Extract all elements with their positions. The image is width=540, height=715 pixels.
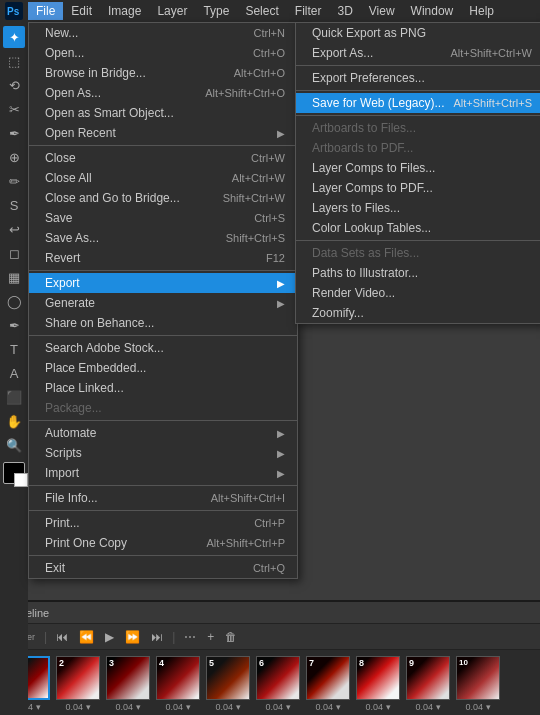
play-button[interactable]: ▶ [101, 628, 118, 646]
menu-item-color-lookup[interactable]: Color Lookup Tables... [296, 218, 540, 238]
frame-thumb[interactable]: 9 [406, 656, 450, 700]
menu-item-place-linked[interactable]: Place Linked... [29, 378, 297, 398]
frame-thumb[interactable]: 8 [356, 656, 400, 700]
first-frame-button[interactable]: ⏮ [52, 628, 72, 646]
list-item[interactable]: 10 0.04 ▾ [454, 656, 502, 712]
menu-help[interactable]: Help [461, 2, 502, 20]
frame-thumb[interactable]: 5 [206, 656, 250, 700]
menu-item-search-stock[interactable]: Search Adobe Stock... [29, 338, 297, 358]
menu-edit[interactable]: Edit [63, 2, 100, 20]
menu-file[interactable]: File [28, 2, 63, 20]
menu-item-export[interactable]: Export ▶ [29, 273, 297, 293]
eraser-tool-icon[interactable]: ◻ [3, 242, 25, 264]
frame-thumb[interactable]: 3 [106, 656, 150, 700]
tween-button[interactable]: ⋯ [180, 628, 200, 646]
menu-layer[interactable]: Layer [149, 2, 195, 20]
clone-tool-icon[interactable]: S [3, 194, 25, 216]
frame-thumb[interactable]: 4 [156, 656, 200, 700]
healing-tool-icon[interactable]: ⊕ [3, 146, 25, 168]
menu-item-layers-files[interactable]: Layers to Files... [296, 198, 540, 218]
menu-item-open-recent[interactable]: Open Recent ▶ [29, 123, 297, 143]
menu-item-print[interactable]: Print... Ctrl+P [29, 513, 297, 533]
frame-time: 0.04 ▾ [365, 702, 390, 712]
menu-item-layer-comps-pdf[interactable]: Layer Comps to PDF... [296, 178, 540, 198]
menu-separator [29, 270, 297, 271]
menu-item-shortcut: F12 [266, 252, 285, 264]
type-tool-icon[interactable]: T [3, 338, 25, 360]
list-item[interactable]: 7 0.04 ▾ [304, 656, 352, 712]
menu-item-scripts[interactable]: Scripts ▶ [29, 443, 297, 463]
menu-item-close[interactable]: Close Ctrl+W [29, 148, 297, 168]
menu-item-close-all[interactable]: Close All Alt+Ctrl+W [29, 168, 297, 188]
frame-thumb[interactable]: 2 [56, 656, 100, 700]
lasso-tool-icon[interactable]: ⟲ [3, 74, 25, 96]
menu-item-file-info[interactable]: File Info... Alt+Shift+Ctrl+I [29, 488, 297, 508]
move-tool-icon[interactable]: ✦ [3, 26, 25, 48]
shape-tool-icon[interactable]: ⬛ [3, 386, 25, 408]
menu-item-share-behance[interactable]: Share on Behance... [29, 313, 297, 333]
list-item[interactable]: 3 0.04 ▾ [104, 656, 152, 712]
menu-item-import[interactable]: Import ▶ [29, 463, 297, 483]
list-item[interactable]: 2 0.04 ▾ [54, 656, 102, 712]
selection-tool-icon[interactable]: ⬚ [3, 50, 25, 72]
menu-item-place-embedded[interactable]: Place Embedded... [29, 358, 297, 378]
dodge-tool-icon[interactable]: ◯ [3, 290, 25, 312]
hand-tool-icon[interactable]: ✋ [3, 410, 25, 432]
frame-thumb[interactable]: 6 [256, 656, 300, 700]
menu-item-exit[interactable]: Exit Ctrl+Q [29, 558, 297, 578]
gradient-tool-icon[interactable]: ▦ [3, 266, 25, 288]
eyedropper-tool-icon[interactable]: ✒ [3, 122, 25, 144]
menu-window[interactable]: Window [403, 2, 462, 20]
menu-item-zoomify[interactable]: Zoomify... [296, 303, 540, 323]
new-frame-button[interactable]: + [203, 628, 218, 646]
history-brush-icon[interactable]: ↩ [3, 218, 25, 240]
menu-3d[interactable]: 3D [329, 2, 360, 20]
foreground-color-swatch[interactable] [3, 462, 25, 484]
menu-item-render-video[interactable]: Render Video... [296, 283, 540, 303]
menu-item-export-prefs[interactable]: Export Preferences... [296, 68, 540, 88]
menu-item-label: New... [45, 26, 78, 40]
last-frame-button[interactable]: ⏭ [147, 628, 167, 646]
menu-item-quick-export[interactable]: Quick Export as PNG [296, 23, 540, 43]
menu-item-export-as[interactable]: Export As... Alt+Shift+Ctrl+W [296, 43, 540, 63]
crop-tool-icon[interactable]: ✂ [3, 98, 25, 120]
list-item[interactable]: 5 0.04 ▾ [204, 656, 252, 712]
delete-frame-button[interactable]: 🗑 [221, 628, 241, 646]
prev-frame-button[interactable]: ⏪ [75, 628, 98, 646]
list-item[interactable]: 4 0.04 ▾ [154, 656, 202, 712]
menu-item-layer-comps-files[interactable]: Layer Comps to Files... [296, 158, 540, 178]
zoom-tool-icon[interactable]: 🔍 [3, 434, 25, 456]
frame-thumb[interactable]: 7 [306, 656, 350, 700]
brush-tool-icon[interactable]: ✏ [3, 170, 25, 192]
menu-item-open[interactable]: Open... Ctrl+O [29, 43, 297, 63]
menu-item-new[interactable]: New... Ctrl+N [29, 23, 297, 43]
path-selection-icon[interactable]: A [3, 362, 25, 384]
menu-item-open-as[interactable]: Open As... Alt+Shift+Ctrl+O [29, 83, 297, 103]
pen-tool-icon[interactable]: ✒ [3, 314, 25, 336]
list-item[interactable]: 6 0.04 ▾ [254, 656, 302, 712]
menu-item-label: Scripts [45, 446, 82, 460]
menu-item-revert[interactable]: Revert F12 [29, 248, 297, 268]
menu-item-print-one[interactable]: Print One Copy Alt+Shift+Ctrl+P [29, 533, 297, 553]
menu-type[interactable]: Type [195, 2, 237, 20]
menu-item-label: Zoomify... [312, 306, 364, 320]
menu-item-save-for-web[interactable]: Save for Web (Legacy)... Alt+Shift+Ctrl+… [296, 93, 540, 113]
menu-item-close-bridge[interactable]: Close and Go to Bridge... Shift+Ctrl+W [29, 188, 297, 208]
list-item[interactable]: 8 0.04 ▾ [354, 656, 402, 712]
menu-item-save-as[interactable]: Save As... Shift+Ctrl+S [29, 228, 297, 248]
menu-item-label: Open As... [45, 86, 101, 100]
menu-view[interactable]: View [361, 2, 403, 20]
menu-item-generate[interactable]: Generate ▶ [29, 293, 297, 313]
menu-filter[interactable]: Filter [287, 2, 330, 20]
menu-image[interactable]: Image [100, 2, 149, 20]
menu-item-save[interactable]: Save Ctrl+S [29, 208, 297, 228]
menu-item-open-smart[interactable]: Open as Smart Object... [29, 103, 297, 123]
frame-thumb[interactable]: 10 [456, 656, 500, 700]
menu-item-label: Open as Smart Object... [45, 106, 174, 120]
menu-item-automate[interactable]: Automate ▶ [29, 423, 297, 443]
menu-item-paths-illustrator[interactable]: Paths to Illustrator... [296, 263, 540, 283]
next-frame-button[interactable]: ⏩ [121, 628, 144, 646]
menu-select[interactable]: Select [237, 2, 286, 20]
menu-item-browse-bridge[interactable]: Browse in Bridge... Alt+Ctrl+O [29, 63, 297, 83]
list-item[interactable]: 9 0.04 ▾ [404, 656, 452, 712]
